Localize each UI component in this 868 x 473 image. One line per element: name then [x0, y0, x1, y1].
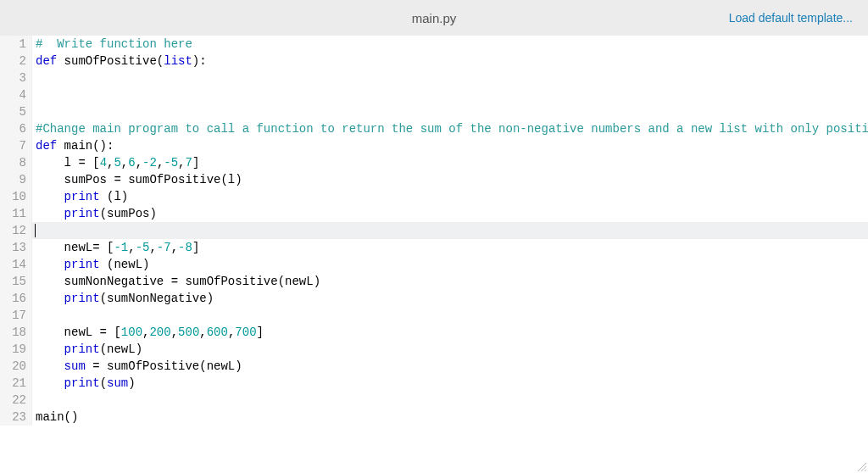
code-token: , — [178, 156, 185, 170]
code-line[interactable]: sum = sumOfPositive(newL) — [32, 358, 868, 375]
code-token: main — [64, 139, 93, 153]
code-token: ( — [157, 54, 164, 68]
code-token: (newL) — [100, 342, 142, 356]
code-token: def — [36, 139, 64, 153]
line-number: 22 — [0, 392, 26, 409]
code-token: newL= [ — [36, 241, 114, 254]
code-token: # — [36, 37, 50, 51]
line-number: 3 — [0, 70, 26, 86]
code-line[interactable]: def sumOfPositive(list): — [32, 53, 868, 70]
code-line[interactable]: print(sum) — [32, 375, 868, 392]
code-token: , — [199, 326, 206, 339]
code-editor[interactable]: 1234567891011121314151617181920212223 # … — [0, 36, 868, 426]
code-token: ] — [192, 156, 199, 170]
line-number: 9 — [0, 171, 26, 188]
code-token — [36, 258, 64, 271]
code-line[interactable]: print(newL) — [32, 341, 868, 358]
code-token: print — [64, 190, 100, 203]
line-number: 12 — [0, 222, 26, 239]
code-token: (newL) — [100, 258, 150, 271]
line-number-gutter: 1234567891011121314151617181920212223 — [0, 36, 32, 426]
code-token — [36, 207, 64, 220]
code-token: print — [64, 376, 100, 390]
code-token: -1 — [114, 241, 128, 254]
code-area[interactable]: # Write function heredef sumOfPositive(l… — [32, 36, 868, 426]
editor-header: main.py Load default template... — [0, 0, 868, 36]
code-token: -8 — [178, 241, 192, 254]
code-line[interactable] — [32, 70, 868, 86]
code-token: sum — [107, 376, 128, 390]
code-token: (): — [92, 139, 114, 153]
code-token: , — [171, 241, 178, 254]
code-token — [36, 292, 64, 305]
code-token: #Change main program to call a function … — [36, 122, 868, 136]
code-line[interactable]: newL = [100,200,500,600,700] — [32, 324, 868, 341]
resize-handle-icon[interactable] — [856, 461, 866, 471]
line-number: 6 — [0, 120, 26, 137]
code-token — [36, 376, 64, 390]
code-line[interactable] — [32, 307, 868, 324]
line-number: 23 — [0, 409, 26, 426]
code-token: = sumOfPositive(newL) — [86, 359, 242, 373]
code-line[interactable]: print (newL) — [32, 256, 868, 273]
code-token: -5 — [164, 156, 178, 170]
code-token: ) — [128, 376, 135, 390]
line-number: 16 — [0, 290, 26, 307]
code-line[interactable]: print (l) — [32, 188, 868, 205]
code-token: ): — [192, 54, 207, 68]
code-line[interactable]: print(sumPos) — [32, 205, 868, 222]
code-token: -2 — [142, 156, 157, 170]
code-token: main() — [36, 410, 78, 424]
code-line[interactable] — [32, 103, 868, 120]
code-token: 500 — [178, 326, 199, 339]
code-line[interactable]: sumPos = sumOfPositive(l) — [32, 171, 868, 188]
code-line[interactable]: l = [4,5,6,-2,-5,7] — [32, 154, 868, 171]
code-token: ( — [100, 376, 107, 390]
code-line[interactable]: newL= [-1,-5,-7,-8] — [32, 239, 868, 256]
line-number: 4 — [0, 86, 26, 103]
load-template-link[interactable]: Load default template... — [729, 11, 853, 25]
code-token: 600 — [207, 326, 228, 339]
code-token: sumPos = sumOfPositive(l) — [36, 173, 242, 186]
code-token: print — [64, 342, 100, 356]
code-token — [36, 359, 64, 373]
code-token: 4 — [100, 156, 107, 170]
file-title: main.py — [412, 11, 457, 25]
line-number: 7 — [0, 137, 26, 154]
line-number: 8 — [0, 154, 26, 171]
code-line[interactable]: main() — [32, 409, 868, 426]
code-line[interactable] — [32, 392, 868, 409]
code-line[interactable] — [32, 86, 868, 103]
line-number: 18 — [0, 324, 26, 341]
line-number: 14 — [0, 256, 26, 273]
code-token: newL = [ — [36, 326, 121, 339]
code-token: print — [64, 292, 100, 305]
code-token: ] — [257, 326, 264, 339]
code-line[interactable]: sumNonNegative = sumOfPositive(newL) — [32, 273, 868, 290]
code-token: print — [64, 207, 100, 220]
code-token: , — [128, 241, 135, 254]
text-cursor — [35, 224, 36, 237]
code-token: 100 — [121, 326, 142, 339]
code-line[interactable]: # Write function here — [32, 36, 868, 53]
line-number: 2 — [0, 53, 26, 70]
code-token: sumOfPositive — [64, 54, 157, 68]
line-number: 15 — [0, 273, 26, 290]
code-line[interactable]: #Change main program to call a function … — [32, 120, 868, 137]
code-token: 6 — [128, 156, 135, 170]
code-token: 200 — [149, 326, 170, 339]
line-number: 5 — [0, 103, 26, 120]
code-token — [36, 190, 64, 203]
line-number: 1 — [0, 36, 26, 53]
code-token: sumNonNegative = sumOfPositive(newL) — [36, 275, 320, 288]
code-token: 700 — [235, 326, 256, 339]
code-token: (l) — [100, 190, 129, 203]
code-line[interactable]: print(sumNonNegative) — [32, 290, 868, 307]
code-line[interactable]: def main(): — [32, 137, 868, 154]
code-token: , — [171, 326, 178, 339]
code-token: , — [149, 241, 156, 254]
code-token — [36, 342, 64, 356]
line-number: 21 — [0, 375, 26, 392]
code-line[interactable] — [32, 222, 868, 239]
code-token: 7 — [186, 156, 192, 170]
